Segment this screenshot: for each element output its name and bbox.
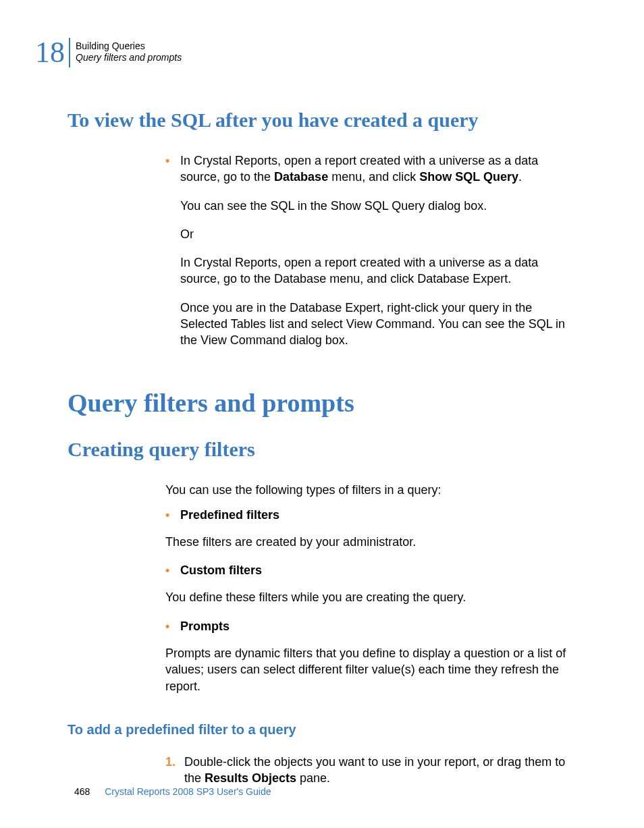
text: pane. [296, 771, 330, 785]
chapter-subtitle: Query filters and prompts [76, 52, 182, 63]
heading-query-filters-prompts: Query filters and prompts [68, 388, 590, 419]
heading-add-predefined-filter: To add a predefined filter to a query [68, 721, 590, 738]
bullet-body: In Crystal Reports, open a report create… [180, 153, 576, 361]
bullet-item: • Prompts [165, 618, 576, 642]
section-creating-filters-body: You can use the following types of filte… [165, 482, 576, 694]
bullet-desc: You define these filters while you are c… [165, 589, 576, 605]
bullet-icon: • [165, 507, 180, 523]
bullet-title: Custom filters [180, 562, 576, 578]
bullet-icon: • [165, 153, 180, 169]
doc-title: Crystal Reports 2008 SP3 User's Guide [105, 786, 271, 797]
bold-text: Database [274, 170, 328, 184]
heading-creating-query-filters: Creating query filters [68, 437, 590, 462]
heading-view-sql: To view the SQL after you have created a… [68, 108, 590, 132]
section-view-sql-body: • In Crystal Reports, open a report crea… [165, 153, 576, 361]
bullet-body: Custom filters [180, 562, 576, 586]
bold-text: Show SQL Query [419, 170, 518, 184]
bullet-title: Predefined filters [180, 507, 576, 523]
paragraph: In Crystal Reports, open a report create… [180, 153, 576, 186]
page-number: 468 [74, 786, 90, 797]
bullet-title: Prompts [180, 618, 576, 634]
chapter-title: Building Queries [76, 40, 182, 52]
paragraph: Or [180, 226, 576, 242]
chapter-titles: Building Queries Query filters and promp… [70, 40, 182, 63]
paragraph: You can use the following types of filte… [165, 482, 576, 498]
bullet-item: • In Crystal Reports, open a report crea… [165, 153, 576, 361]
bullet-desc: Prompts are dynamic filters that you def… [165, 645, 576, 694]
bold-text: Results Objects [205, 771, 296, 785]
page: 18 Building Queries Query filters and pr… [0, 0, 644, 828]
bullet-item: • Custom filters [165, 562, 576, 586]
bullet-body: Predefined filters [180, 507, 576, 531]
text: menu, and click [328, 170, 419, 184]
paragraph: Double-click the objects you want to use… [184, 754, 576, 787]
page-footer: 468 Crystal Reports 2008 SP3 User's Guid… [74, 786, 271, 797]
paragraph: You can see the SQL in the Show SQL Quer… [180, 198, 576, 214]
bullet-body: Prompts [180, 618, 576, 642]
text: . [518, 170, 522, 184]
bullet-icon: • [165, 562, 180, 578]
bullet-desc: These filters are created by your admini… [165, 534, 576, 550]
chapter-number: 18 [34, 38, 70, 67]
paragraph: Once you are in the Database Expert, rig… [180, 300, 576, 349]
paragraph: In Crystal Reports, open a report create… [180, 254, 576, 287]
step-number: 1. [165, 754, 184, 770]
bullet-icon: • [165, 618, 180, 634]
chapter-header: 18 Building Queries Query filters and pr… [34, 38, 590, 67]
bullet-item: • Predefined filters [165, 507, 576, 531]
